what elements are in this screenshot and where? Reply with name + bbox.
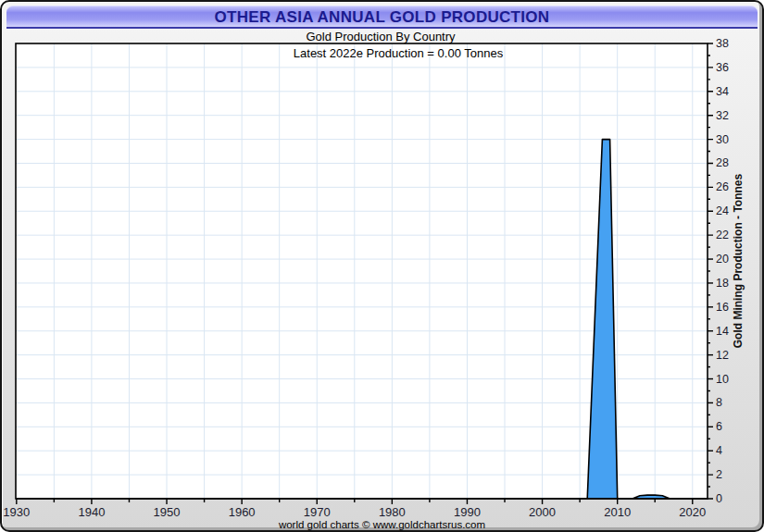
x-tick-label: 1990 (454, 505, 481, 519)
chart-subtitle: Gold Production By Country (306, 30, 455, 43)
chart-window: OTHER ASIA ANNUAL GOLD PRODUCTION Gold P… (0, 0, 764, 532)
gridlines (16, 43, 708, 499)
y-tick-label: 32 (716, 109, 729, 122)
x-tick-label: 1950 (154, 505, 181, 519)
y-tick-label: 10 (716, 373, 729, 386)
y-tick-label: 26 (716, 180, 729, 193)
y-tick-label: 24 (716, 204, 729, 217)
plot-border (16, 43, 708, 499)
y-tick-label: 30 (716, 133, 729, 146)
y-tick-label: 18 (716, 277, 729, 290)
chart-title: OTHER ASIA ANNUAL GOLD PRODUCTION (215, 6, 550, 28)
x-tick-label: 2000 (529, 505, 556, 519)
area-series-other-asia (17, 140, 708, 499)
y-tick-label: 12 (716, 349, 729, 362)
x-tick-label: 2020 (679, 505, 706, 519)
x-tick-label: 2010 (604, 505, 631, 519)
x-tick-label: 1970 (304, 505, 331, 519)
chart-plot-canvas: 1930194019501960197019801990200020102020… (2, 2, 764, 532)
y-tick-label: 16 (716, 301, 729, 314)
x-tick-label: 1980 (379, 505, 406, 519)
y-tick-label: 2 (716, 468, 722, 481)
y-tick-label: 4 (716, 444, 722, 457)
x-tick-label: 1930 (3, 505, 30, 519)
y-tick-label: 28 (716, 156, 729, 169)
latest-production-annotation: Latest 2022e Production = 0.00 Tonnes (294, 46, 503, 60)
y-tick-label: 14 (716, 325, 729, 338)
x-axis-ticks: 1930194019501960197019801990200020102020 (3, 499, 706, 519)
plot-background (16, 43, 708, 499)
x-tick-label: 1940 (78, 505, 105, 519)
y-axis-label: Gold Mining Production - Tonnes (732, 174, 745, 348)
y-tick-label: 20 (716, 253, 729, 266)
y-axis-ticks: 02468101214161820222426283032343638 (708, 37, 729, 505)
y-tick-label: 0 (716, 492, 722, 505)
title-bar: OTHER ASIA ANNUAL GOLD PRODUCTION (6, 6, 758, 29)
footer-credit: world gold charts © www.goldchartsrus.co… (2, 519, 762, 530)
y-tick-label: 38 (716, 37, 729, 50)
y-tick-label: 8 (716, 396, 722, 409)
y-tick-label: 34 (716, 85, 729, 98)
y-tick-label: 22 (716, 229, 729, 241)
y-tick-label: 36 (716, 61, 729, 74)
x-tick-label: 1960 (229, 505, 256, 519)
y-tick-label: 6 (716, 420, 722, 433)
